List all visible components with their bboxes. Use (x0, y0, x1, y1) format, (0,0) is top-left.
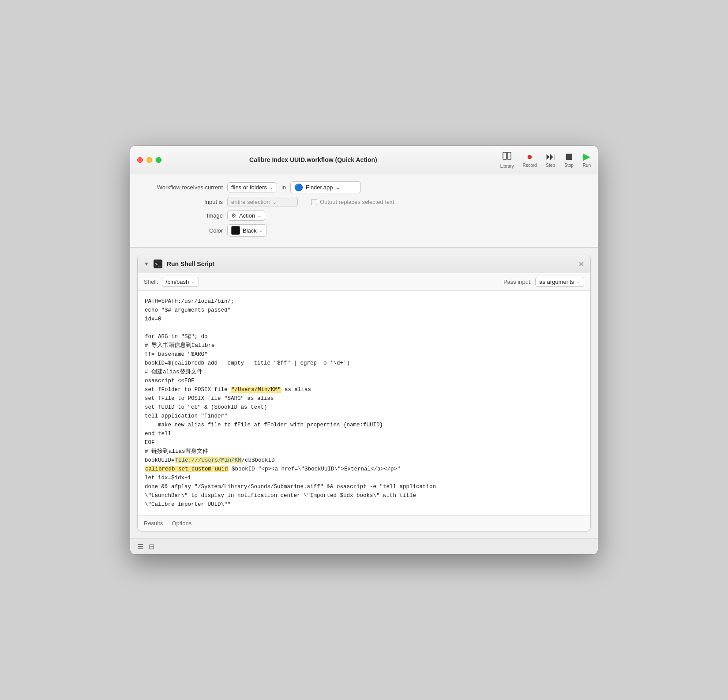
pass-input-value: as arguments (539, 278, 574, 285)
shell-value: /bin/bash (166, 278, 189, 285)
library-label: Library (500, 164, 514, 169)
options-tab[interactable]: Options (172, 520, 191, 527)
svg-rect-0 (503, 152, 507, 159)
image-label: Image (143, 212, 223, 219)
color-chevron-icon: ⌄ (259, 228, 263, 233)
shell-select[interactable]: /bin/bash ⌄ (162, 277, 199, 287)
image-value: Action (239, 212, 255, 219)
script-header: ▼ >_ Run Shell Script ✕ (138, 255, 590, 273)
step-icon: ⏭ (546, 152, 555, 162)
highlight-calibredb: calibredb set_custom uuid (145, 466, 229, 472)
output-replaces-row: Output replaces selected text (311, 199, 394, 205)
receives-row: Workflow receives current files or folde… (143, 181, 585, 193)
input-is-label: Input is (143, 199, 223, 205)
record-icon: ● (527, 152, 533, 162)
library-icon (502, 151, 512, 162)
script-block: ▼ >_ Run Shell Script ✕ Shell: /bin/bash… (137, 255, 591, 531)
window-title: Calibre Index UUID.workflow (Quick Actio… (133, 156, 493, 163)
step-label: Step (546, 163, 555, 168)
input-is-chevron-icon: ⌄ (272, 199, 277, 205)
titlebar: Calibre Index UUID.workflow (Quick Actio… (130, 146, 598, 174)
finder-app-value: Finder.app (306, 184, 333, 191)
image-gear-icon: ⚙ (231, 212, 236, 219)
in-label: in (281, 184, 286, 191)
finder-icon: 🔵 (294, 183, 303, 192)
output-replaces-label: Output replaces selected text (320, 199, 394, 205)
color-value: Black (243, 227, 257, 234)
shell-label: Shell: (144, 278, 158, 285)
color-select[interactable]: Black ⌄ (227, 224, 267, 237)
stop-button[interactable]: ⏹ Stop (564, 152, 574, 168)
run-button[interactable]: ▶ Run (583, 152, 591, 168)
svg-rect-1 (507, 152, 511, 159)
shell-row: Shell: /bin/bash ⌄ (144, 277, 199, 287)
workflow-config: Workflow receives current files or folde… (130, 174, 598, 248)
record-label: Record (522, 163, 537, 168)
grid-view-icon[interactable]: ⊟ (149, 542, 154, 551)
pass-input-select[interactable]: as arguments ⌄ (535, 277, 584, 287)
image-chevron-icon: ⌄ (258, 213, 261, 218)
receives-label: Workflow receives current (143, 184, 223, 191)
code-editor[interactable]: PATH=$PATH:/usr/local/bin/; echo "$# arg… (138, 291, 590, 515)
pass-input-label: Pass input: (503, 278, 532, 285)
image-select[interactable]: ⚙ Action ⌄ (227, 211, 265, 221)
script-title: Run Shell Script (167, 260, 574, 267)
receives-value: files or folders (231, 184, 267, 191)
finder-chevron-icon: ⌄ (335, 184, 340, 191)
main-window: Calibre Index UUID.workflow (Quick Actio… (130, 146, 598, 554)
toolbar: Library ● Record ⏭ Step ⏹ Stop ▶ Run (500, 151, 591, 169)
input-is-value: entire selection (231, 199, 270, 205)
color-label: Color (143, 227, 223, 234)
highlight-users-min-km: "/Users/Min/KM" (231, 387, 281, 393)
list-view-icon[interactable]: ☰ (137, 542, 143, 551)
script-icon: >_ (154, 260, 162, 268)
collapse-button[interactable]: ▼ (144, 261, 149, 267)
stop-label: Stop (564, 163, 574, 168)
image-row: Image ⚙ Action ⌄ (143, 211, 585, 221)
color-row: Color Black ⌄ (143, 224, 585, 237)
stop-icon: ⏹ (564, 152, 574, 162)
library-button[interactable]: Library (500, 151, 514, 169)
results-tab[interactable]: Results (144, 520, 163, 527)
run-icon: ▶ (583, 152, 590, 162)
script-footer: Results Options (138, 515, 590, 531)
run-label: Run (583, 163, 591, 168)
finder-select[interactable]: 🔵 Finder.app ⌄ (290, 181, 361, 193)
color-swatch-icon (231, 226, 240, 235)
record-button[interactable]: ● Record (522, 152, 537, 168)
pass-input-chevron-icon: ⌄ (577, 279, 580, 284)
input-is-select[interactable]: entire selection ⌄ (227, 197, 298, 207)
script-options-row: Shell: /bin/bash ⌄ Pass input: as argume… (138, 273, 590, 291)
pass-input-row: Pass input: as arguments ⌄ (503, 277, 584, 287)
receives-chevron-icon: ⌄ (270, 185, 273, 190)
output-replaces-checkbox[interactable] (311, 199, 317, 205)
bottom-toolbar: ☰ ⊟ (130, 538, 598, 554)
script-close-button[interactable]: ✕ (578, 260, 584, 268)
step-button[interactable]: ⏭ Step (546, 152, 555, 168)
highlight-book-uuid: file:///Users/Min/KM (175, 457, 242, 463)
receives-select[interactable]: files or folders ⌄ (227, 182, 277, 192)
shell-chevron-icon: ⌄ (191, 279, 195, 284)
input-is-row: Input is entire selection ⌄ Output repla… (143, 197, 585, 207)
